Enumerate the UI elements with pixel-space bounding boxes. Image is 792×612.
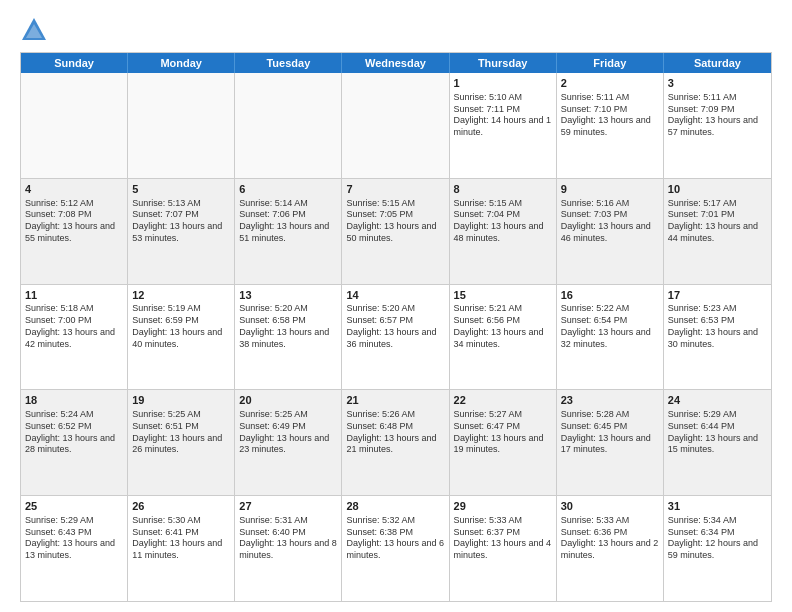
day-number: 19 — [132, 393, 230, 408]
calendar-cell-14: 14Sunrise: 5:20 AM Sunset: 6:57 PM Dayli… — [342, 285, 449, 390]
calendar-row-0: 1Sunrise: 5:10 AM Sunset: 7:11 PM Daylig… — [21, 73, 771, 178]
day-number: 24 — [668, 393, 767, 408]
day-number: 28 — [346, 499, 444, 514]
calendar-cell-empty-0-0 — [21, 73, 128, 178]
calendar-cell-22: 22Sunrise: 5:27 AM Sunset: 6:47 PM Dayli… — [450, 390, 557, 495]
header-day-friday: Friday — [557, 53, 664, 73]
calendar-cell-19: 19Sunrise: 5:25 AM Sunset: 6:51 PM Dayli… — [128, 390, 235, 495]
header — [20, 16, 772, 44]
calendar-cell-20: 20Sunrise: 5:25 AM Sunset: 6:49 PM Dayli… — [235, 390, 342, 495]
day-number: 1 — [454, 76, 552, 91]
day-number: 21 — [346, 393, 444, 408]
cell-info: Sunrise: 5:34 AM Sunset: 6:34 PM Dayligh… — [668, 515, 767, 562]
page: SundayMondayTuesdayWednesdayThursdayFrid… — [0, 0, 792, 612]
calendar-row-1: 4Sunrise: 5:12 AM Sunset: 7:08 PM Daylig… — [21, 178, 771, 284]
calendar-cell-10: 10Sunrise: 5:17 AM Sunset: 7:01 PM Dayli… — [664, 179, 771, 284]
calendar-body: 1Sunrise: 5:10 AM Sunset: 7:11 PM Daylig… — [21, 73, 771, 601]
header-day-thursday: Thursday — [450, 53, 557, 73]
day-number: 6 — [239, 182, 337, 197]
calendar-cell-21: 21Sunrise: 5:26 AM Sunset: 6:48 PM Dayli… — [342, 390, 449, 495]
calendar-cell-4: 4Sunrise: 5:12 AM Sunset: 7:08 PM Daylig… — [21, 179, 128, 284]
calendar-cell-31: 31Sunrise: 5:34 AM Sunset: 6:34 PM Dayli… — [664, 496, 771, 601]
cell-info: Sunrise: 5:22 AM Sunset: 6:54 PM Dayligh… — [561, 303, 659, 350]
cell-info: Sunrise: 5:32 AM Sunset: 6:38 PM Dayligh… — [346, 515, 444, 562]
calendar-cell-23: 23Sunrise: 5:28 AM Sunset: 6:45 PM Dayli… — [557, 390, 664, 495]
calendar-cell-18: 18Sunrise: 5:24 AM Sunset: 6:52 PM Dayli… — [21, 390, 128, 495]
header-day-wednesday: Wednesday — [342, 53, 449, 73]
calendar-row-4: 25Sunrise: 5:29 AM Sunset: 6:43 PM Dayli… — [21, 495, 771, 601]
logo-icon — [20, 16, 48, 44]
cell-info: Sunrise: 5:31 AM Sunset: 6:40 PM Dayligh… — [239, 515, 337, 562]
calendar-cell-empty-0-1 — [128, 73, 235, 178]
logo — [20, 16, 52, 44]
calendar-header: SundayMondayTuesdayWednesdayThursdayFrid… — [21, 53, 771, 73]
cell-info: Sunrise: 5:28 AM Sunset: 6:45 PM Dayligh… — [561, 409, 659, 456]
cell-info: Sunrise: 5:12 AM Sunset: 7:08 PM Dayligh… — [25, 198, 123, 245]
cell-info: Sunrise: 5:15 AM Sunset: 7:04 PM Dayligh… — [454, 198, 552, 245]
cell-info: Sunrise: 5:15 AM Sunset: 7:05 PM Dayligh… — [346, 198, 444, 245]
day-number: 4 — [25, 182, 123, 197]
day-number: 5 — [132, 182, 230, 197]
cell-info: Sunrise: 5:20 AM Sunset: 6:58 PM Dayligh… — [239, 303, 337, 350]
calendar-cell-16: 16Sunrise: 5:22 AM Sunset: 6:54 PM Dayli… — [557, 285, 664, 390]
cell-info: Sunrise: 5:26 AM Sunset: 6:48 PM Dayligh… — [346, 409, 444, 456]
cell-info: Sunrise: 5:13 AM Sunset: 7:07 PM Dayligh… — [132, 198, 230, 245]
calendar-cell-1: 1Sunrise: 5:10 AM Sunset: 7:11 PM Daylig… — [450, 73, 557, 178]
calendar-row-2: 11Sunrise: 5:18 AM Sunset: 7:00 PM Dayli… — [21, 284, 771, 390]
cell-info: Sunrise: 5:21 AM Sunset: 6:56 PM Dayligh… — [454, 303, 552, 350]
calendar-cell-7: 7Sunrise: 5:15 AM Sunset: 7:05 PM Daylig… — [342, 179, 449, 284]
header-day-tuesday: Tuesday — [235, 53, 342, 73]
day-number: 26 — [132, 499, 230, 514]
calendar-cell-13: 13Sunrise: 5:20 AM Sunset: 6:58 PM Dayli… — [235, 285, 342, 390]
cell-info: Sunrise: 5:33 AM Sunset: 6:37 PM Dayligh… — [454, 515, 552, 562]
day-number: 23 — [561, 393, 659, 408]
day-number: 14 — [346, 288, 444, 303]
day-number: 15 — [454, 288, 552, 303]
cell-info: Sunrise: 5:19 AM Sunset: 6:59 PM Dayligh… — [132, 303, 230, 350]
day-number: 22 — [454, 393, 552, 408]
calendar-cell-26: 26Sunrise: 5:30 AM Sunset: 6:41 PM Dayli… — [128, 496, 235, 601]
calendar-cell-15: 15Sunrise: 5:21 AM Sunset: 6:56 PM Dayli… — [450, 285, 557, 390]
cell-info: Sunrise: 5:10 AM Sunset: 7:11 PM Dayligh… — [454, 92, 552, 139]
calendar-cell-5: 5Sunrise: 5:13 AM Sunset: 7:07 PM Daylig… — [128, 179, 235, 284]
cell-info: Sunrise: 5:18 AM Sunset: 7:00 PM Dayligh… — [25, 303, 123, 350]
calendar-cell-8: 8Sunrise: 5:15 AM Sunset: 7:04 PM Daylig… — [450, 179, 557, 284]
day-number: 12 — [132, 288, 230, 303]
calendar-cell-25: 25Sunrise: 5:29 AM Sunset: 6:43 PM Dayli… — [21, 496, 128, 601]
calendar-cell-empty-0-2 — [235, 73, 342, 178]
calendar-cell-24: 24Sunrise: 5:29 AM Sunset: 6:44 PM Dayli… — [664, 390, 771, 495]
day-number: 11 — [25, 288, 123, 303]
cell-info: Sunrise: 5:29 AM Sunset: 6:43 PM Dayligh… — [25, 515, 123, 562]
cell-info: Sunrise: 5:33 AM Sunset: 6:36 PM Dayligh… — [561, 515, 659, 562]
calendar-cell-27: 27Sunrise: 5:31 AM Sunset: 6:40 PM Dayli… — [235, 496, 342, 601]
calendar-cell-6: 6Sunrise: 5:14 AM Sunset: 7:06 PM Daylig… — [235, 179, 342, 284]
day-number: 8 — [454, 182, 552, 197]
calendar-row-3: 18Sunrise: 5:24 AM Sunset: 6:52 PM Dayli… — [21, 389, 771, 495]
calendar-cell-28: 28Sunrise: 5:32 AM Sunset: 6:38 PM Dayli… — [342, 496, 449, 601]
cell-info: Sunrise: 5:20 AM Sunset: 6:57 PM Dayligh… — [346, 303, 444, 350]
day-number: 31 — [668, 499, 767, 514]
cell-info: Sunrise: 5:23 AM Sunset: 6:53 PM Dayligh… — [668, 303, 767, 350]
calendar-cell-30: 30Sunrise: 5:33 AM Sunset: 6:36 PM Dayli… — [557, 496, 664, 601]
day-number: 16 — [561, 288, 659, 303]
calendar-cell-empty-0-3 — [342, 73, 449, 178]
day-number: 9 — [561, 182, 659, 197]
cell-info: Sunrise: 5:11 AM Sunset: 7:10 PM Dayligh… — [561, 92, 659, 139]
day-number: 2 — [561, 76, 659, 91]
calendar-cell-17: 17Sunrise: 5:23 AM Sunset: 6:53 PM Dayli… — [664, 285, 771, 390]
calendar-cell-11: 11Sunrise: 5:18 AM Sunset: 7:00 PM Dayli… — [21, 285, 128, 390]
cell-info: Sunrise: 5:17 AM Sunset: 7:01 PM Dayligh… — [668, 198, 767, 245]
cell-info: Sunrise: 5:11 AM Sunset: 7:09 PM Dayligh… — [668, 92, 767, 139]
day-number: 27 — [239, 499, 337, 514]
header-day-monday: Monday — [128, 53, 235, 73]
day-number: 10 — [668, 182, 767, 197]
day-number: 29 — [454, 499, 552, 514]
cell-info: Sunrise: 5:27 AM Sunset: 6:47 PM Dayligh… — [454, 409, 552, 456]
cell-info: Sunrise: 5:25 AM Sunset: 6:49 PM Dayligh… — [239, 409, 337, 456]
calendar-cell-12: 12Sunrise: 5:19 AM Sunset: 6:59 PM Dayli… — [128, 285, 235, 390]
cell-info: Sunrise: 5:30 AM Sunset: 6:41 PM Dayligh… — [132, 515, 230, 562]
day-number: 20 — [239, 393, 337, 408]
header-day-sunday: Sunday — [21, 53, 128, 73]
cell-info: Sunrise: 5:25 AM Sunset: 6:51 PM Dayligh… — [132, 409, 230, 456]
calendar: SundayMondayTuesdayWednesdayThursdayFrid… — [20, 52, 772, 602]
